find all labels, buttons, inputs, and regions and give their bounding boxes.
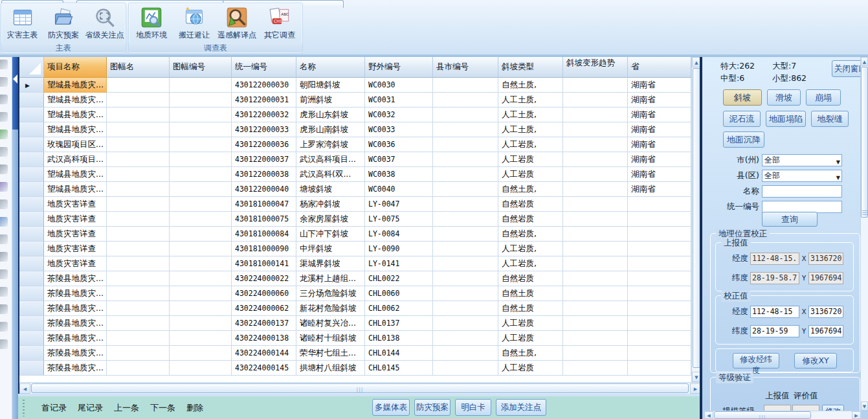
cell-trend[interactable] [563,271,628,286]
cell-project[interactable]: 望城县地质灾... [44,108,107,122]
cell-slope_type[interactable]: 人工岩质 [498,316,563,331]
cell-uid[interactable]: 430122000030 [232,78,296,93]
cell-project[interactable]: 茶陵县地质灾... [44,361,107,376]
cell-map_name[interactable] [107,271,170,286]
cell-name[interactable]: 虎形山东斜坡 [296,108,365,122]
panel-vertical-scrollbar[interactable]: ▲ ▼ [860,57,868,411]
ribbon-button-province-points[interactable]: 省级关注点 [85,5,125,42]
cell-slope_type[interactable]: 人工岩质 [498,361,563,376]
name-input[interactable] [762,185,842,198]
table-row[interactable]: 地质灾害详查430181000084山下冲下斜坡LY-0084自然岩质, [19,227,691,242]
row-selector[interactable]: ▶ [19,78,44,93]
cell-province[interactable] [628,346,691,361]
row-selector[interactable] [19,122,44,137]
bottom-action-button[interactable]: 明白卡 [455,399,491,416]
cell-province[interactable]: 湖南省 [628,122,691,137]
cell-map_name[interactable] [107,108,170,122]
row-selector[interactable] [19,271,44,286]
cell-map_no[interactable] [170,182,232,197]
cell-field_no[interactable]: CHL0060 [365,286,433,301]
cell-province[interactable] [628,361,691,376]
cell-uid[interactable]: 430224000145 [232,361,296,376]
cell-field_no[interactable]: CHL0062 [365,301,433,316]
ribbon-button-relocation[interactable]: 搬迁避让 [174,5,214,42]
cell-trend[interactable] [563,286,628,301]
cell-map_no[interactable] [170,346,232,361]
tool-icon[interactable] [0,95,8,104]
close-window-button[interactable]: 关闭窗口 [832,60,863,77]
record-nav-link[interactable]: 上一条 [114,402,139,414]
cell-project[interactable]: 茶陵县地质灾... [44,271,107,286]
cell-name[interactable]: 武汉高科(双... [296,167,365,182]
cell-map_no[interactable] [170,271,232,286]
cell-county_no[interactable] [433,212,498,227]
cell-map_name[interactable] [107,152,170,167]
category-button-landslide[interactable]: 滑坡 [767,89,801,106]
cell-trend[interactable] [563,301,628,316]
cell-trend[interactable] [563,137,628,152]
cell-uid[interactable]: 430181000090 [232,242,296,256]
cell-project[interactable]: 望城县地质灾... [44,122,107,137]
cell-uid[interactable]: 430224000022 [232,271,296,286]
cell-name[interactable]: 诸睦村复兴冶... [296,316,365,331]
cell-trend[interactable] [563,227,628,242]
cell-trend[interactable] [563,182,628,197]
ribbon-button-prevention-plan[interactable]: 防灾预案 [43,5,83,42]
table-row[interactable]: 望城县地质灾...430122000040塘坡斜坡WC0040自然土质,湖南省 [19,182,691,197]
cell-field_no[interactable]: WC0033 [365,122,433,137]
cell-slope_type[interactable]: 自然土质, [498,346,563,361]
cell-slope_type[interactable]: 人工岩质 [498,152,563,167]
cell-project[interactable]: 望城县地质灾... [44,167,107,182]
cell-county_no[interactable] [433,122,498,137]
row-selector[interactable] [19,242,44,256]
bottom-action-button[interactable]: 防灾预案 [414,399,451,416]
cell-project[interactable]: 望城县地质灾... [44,182,107,197]
cell-map_no[interactable] [170,301,232,316]
tool-icon[interactable] [0,147,8,157]
cell-province[interactable] [628,256,691,271]
cell-map_name[interactable] [107,197,170,212]
cell-name[interactable]: 朝阳塘斜坡 [296,78,365,93]
cell-name[interactable]: 龙溪村上趟组... [296,271,365,286]
column-header[interactable]: 省 [628,57,691,78]
column-header[interactable]: 图幅编号 [170,57,232,78]
tool-icon[interactable] [0,322,8,332]
row-selector[interactable] [19,212,44,227]
row-selector[interactable] [19,256,44,271]
cell-name[interactable]: 诸睦村十组斜坡 [296,331,365,346]
cell-county_no[interactable] [433,301,498,316]
cell-project[interactable]: 茶陵县地质灾... [44,286,107,301]
cell-name[interactable]: 前洲斜坡 [296,93,365,108]
cell-trend[interactable] [563,256,628,271]
record-nav-link[interactable]: 首记录 [41,402,67,414]
cell-field_no[interactable]: WC0036 [365,137,433,152]
table-row[interactable]: 玫瑰园项目区...430122000036上罗家湾斜坡WC0036人工岩质,湖南… [19,137,691,152]
cell-project[interactable]: 地质灾害详查 [44,256,107,271]
cell-slope_type[interactable]: 人工土质, [498,108,563,122]
cell-map_no[interactable] [170,137,232,152]
ribbon-button-geo-environment[interactable]: 地质环境 [131,5,172,42]
cell-map_no[interactable] [170,331,232,346]
query-button[interactable]: 查询 [762,212,818,227]
table-row[interactable]: 地质灾害详查430181000090中坪斜坡LY-0090人工岩质, [19,242,691,256]
tool-icon[interactable] [0,164,8,174]
cell-map_name[interactable] [107,137,170,152]
cell-name[interactable]: 塘坡斜坡 [296,182,365,197]
cell-map_no[interactable] [170,93,232,108]
tool-icon[interactable] [0,130,8,139]
cell-province[interactable]: 湖南省 [628,152,691,167]
cell-county_no[interactable] [433,197,498,212]
cell-map_name[interactable] [107,361,170,376]
cell-field_no[interactable]: WC0038 [365,167,433,182]
tool-icon[interactable] [0,182,8,192]
cell-county_no[interactable] [433,361,498,376]
cell-trend[interactable] [563,346,628,361]
cell-trend[interactable] [563,122,628,137]
scroll-down-icon[interactable]: ▼ [861,402,868,411]
cell-field_no[interactable]: WC0040 [365,182,433,197]
cell-name[interactable]: 虎形山南斜坡 [296,122,365,137]
corrected-y-field[interactable] [808,325,843,337]
panel-hscrollbar-thumb[interactable]: ||| [714,411,811,419]
table-row[interactable]: 地质灾害详查430181000075余家房屋斜坡LY-0075自然岩质 [19,212,691,227]
bottom-action-button[interactable]: 多媒体表 [372,399,410,416]
